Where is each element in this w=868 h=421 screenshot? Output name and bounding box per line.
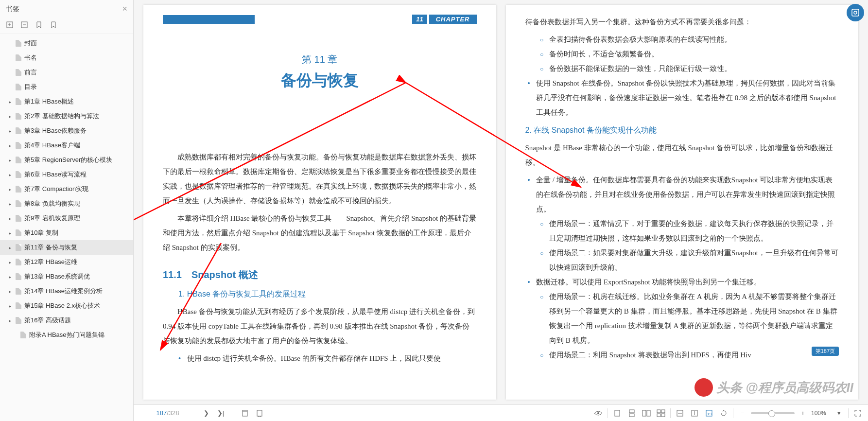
bookmark-item[interactable]: 第13章 HBase系统调优: [0, 269, 133, 284]
bookmark-item[interactable]: 书名: [0, 51, 133, 65]
view-scroll-icon[interactable]: [254, 408, 265, 419]
bookmark-page-icon: [16, 98, 21, 105]
bookmark-item[interactable]: 目录: [0, 80, 133, 94]
bookmark-page-icon: [16, 171, 21, 178]
bookmark-item[interactable]: 第6章 HBase读写流程: [0, 167, 133, 182]
rotate-icon[interactable]: [718, 408, 729, 419]
zoom-percent: 100%: [811, 410, 831, 417]
bookmark-item[interactable]: 第12章 HBase运维: [0, 255, 133, 269]
bookmark-list[interactable]: 封面 书名 前言 目录 第1章 HBase概述 第2章 基础数据结构与算法 第3…: [0, 34, 133, 421]
bookmark-page-icon: [16, 215, 21, 222]
bookmark-item[interactable]: 封面: [0, 36, 133, 51]
fit-width-icon[interactable]: [675, 408, 685, 419]
bullet-item: 全量 / 增量备份。任何数据库都需要具有备份的功能来实现数Snapshot 可以…: [525, 173, 839, 216]
layout-book-icon[interactable]: [656, 408, 666, 419]
body-paragraph: 成熟数据库都有相对完善的备份与恢复功能。备份与恢复功能是数据库在数据意外丢失、损…: [163, 150, 477, 208]
chapter-banner: 11 CHAPTER: [163, 15, 477, 24]
bullet-item: 使用场景二：如果要对集群做重大升级，建议升级前对重Snapshot，一旦升级有任…: [538, 246, 839, 275]
bullet-item: 数据迁移。可以使用 ExportSnapshot 功能将快照导出到另一个集迁移。: [525, 275, 839, 289]
sidebar-toolbar: [0, 18, 133, 34]
svg-text:1:1: 1:1: [707, 412, 713, 416]
section-title: 11.1 Snapshot 概述: [163, 268, 477, 281]
zoom-dropdown-icon[interactable]: ▾: [833, 408, 844, 419]
bookmark-page-icon: [16, 244, 21, 251]
chapter-number: 第 11 章: [163, 53, 477, 66]
bullet-item: 使用 Snapshot 在线备份。Snapshot 备份以快照技术为基础原理，拷…: [525, 76, 839, 120]
document-view: 11 CHAPTER 第 11 章 备份与恢复 成熟数据库都有相对完善的备份与恢…: [134, 0, 868, 421]
bookmark-item[interactable]: 第16章 高级话题: [0, 313, 133, 328]
bookmark-page-icon: [16, 69, 21, 76]
svg-point-13: [597, 412, 599, 414]
page-number-badge: 第187页: [812, 347, 839, 356]
last-page-button[interactable]: ❯|: [215, 408, 226, 419]
bookmark-page-icon: [16, 259, 21, 265]
body-paragraph: 待备份表数据并写入另一个集群。这种备份方式不再需要关很多问题：: [525, 15, 839, 29]
bookmark-page-icon: [16, 157, 21, 163]
remove-bookmark-icon[interactable]: [20, 21, 28, 29]
chapter-number-badge: 11: [412, 15, 427, 24]
bookmark-page-icon: [16, 273, 21, 280]
svg-rect-17: [642, 410, 646, 416]
view-single-icon[interactable]: [240, 408, 250, 419]
body-paragraph: 本章将详细介绍 HBase 最核心的备份与恢复工具——Snapshot。首先介绍…: [163, 211, 477, 255]
bookmark-page-icon: [16, 186, 21, 193]
close-icon[interactable]: ×: [122, 4, 127, 14]
bookmarks-sidebar: 书签 × 封面 书名 前言 目录 第1章 HBase概述 第2章 基础数据结构与…: [0, 0, 134, 421]
bookmark-page-icon: [16, 200, 21, 207]
bookmark-outline-icon[interactable]: [50, 21, 57, 29]
svg-rect-12: [257, 410, 262, 416]
bookmark-item[interactable]: 附录A HBase热门问题集锦: [0, 328, 133, 342]
svg-point-6: [854, 11, 857, 14]
actual-size-icon[interactable]: 1:1: [704, 408, 714, 419]
zoom-out-button[interactable]: −: [737, 408, 748, 419]
svg-rect-15: [629, 410, 634, 413]
bullet-item: 备份时间长，不适合做频繁备份。: [538, 47, 839, 61]
fullscreen-icon[interactable]: [852, 408, 863, 419]
bullet-item: 使用场景一：机房在线迁移。比如业务集群在 A 机房，因为 A 机架不够需要将整个…: [538, 289, 839, 348]
bookmark-page-icon: [16, 288, 21, 295]
svg-rect-10: [243, 410, 247, 416]
layout-single-icon[interactable]: [612, 408, 623, 419]
zoom-slider[interactable]: [751, 412, 795, 414]
bookmark-page-icon: [16, 302, 21, 309]
bookmark-item[interactable]: 第8章 负载均衡实现: [0, 196, 133, 211]
svg-rect-19: [657, 410, 660, 413]
bookmark-item[interactable]: 第4章 HBase客户端: [0, 138, 133, 153]
page-number-input[interactable]: 187/328: [139, 407, 197, 419]
bookmark-page-icon: [16, 84, 21, 90]
fit-page-icon[interactable]: [689, 408, 700, 419]
bookmark-page-icon: [16, 40, 21, 47]
layout-facing-icon[interactable]: [641, 408, 652, 419]
bookmark-item[interactable]: 第1章 HBase概述: [0, 94, 133, 109]
subsection-title: 2. 在线 Snapshot 备份能实现什么功能: [525, 125, 839, 136]
subsection-title: 1. HBase 备份与恢复工具的发展过程: [178, 289, 477, 299]
bookmark-item[interactable]: 第2章 基础数据结构与算法: [0, 109, 133, 123]
bookmark-item[interactable]: 第7章 Compaction实现: [0, 182, 133, 196]
bookmark-item[interactable]: 第5章 RegionServer的核心模块: [0, 153, 133, 167]
bookmark-item[interactable]: 第9章 宕机恢复原理: [0, 211, 133, 226]
zoom-in-button[interactable]: +: [798, 408, 808, 419]
svg-rect-5: [852, 9, 859, 16]
watermark: 头条 @程序员高级码农II: [694, 378, 853, 397]
svg-rect-21: [657, 414, 660, 417]
bookmark-page-icon: [16, 142, 21, 149]
bookmark-page-icon: [16, 113, 21, 120]
zoom-controls: − + 100% ▾: [737, 408, 844, 419]
bookmark-icon[interactable]: [35, 21, 43, 29]
bookmark-item-active[interactable]: 第11章 备份与恢复: [0, 240, 133, 255]
add-bookmark-icon[interactable]: [6, 21, 14, 29]
eye-icon[interactable]: [593, 408, 604, 419]
bookmark-item[interactable]: 第10章 复制: [0, 226, 133, 240]
bookmark-item[interactable]: 第15章 HBase 2.x核心技术: [0, 298, 133, 313]
bookmark-item[interactable]: 第14章 HBase运维案例分析: [0, 284, 133, 298]
bookmark-page-icon: [16, 127, 21, 134]
layout-continuous-icon[interactable]: [626, 408, 637, 419]
bullet-item: 使用场景一：通常情况下，对于重要的业务数据，建议每天执行保存数据的快照记录，并且…: [538, 216, 839, 246]
bookmark-item[interactable]: 前言: [0, 65, 133, 80]
bookmark-page-icon: [16, 317, 21, 324]
bullet-item: 备份数据不能保证数据的一致性，只能保证行级一致性。: [538, 61, 839, 76]
next-page-button[interactable]: ❯: [201, 408, 211, 419]
svg-rect-20: [661, 410, 665, 413]
bookmark-item[interactable]: 第3章 HBase依赖服务: [0, 123, 133, 138]
floating-action-icon[interactable]: [847, 4, 864, 21]
